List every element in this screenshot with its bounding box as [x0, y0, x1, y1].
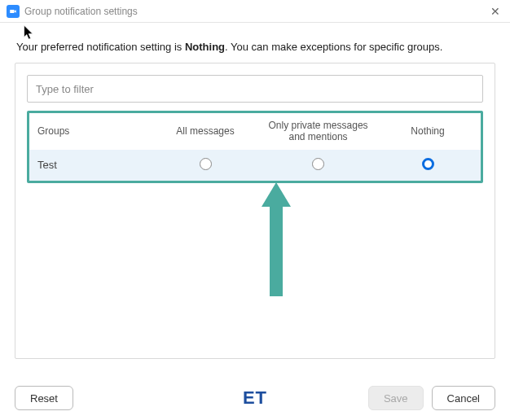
col-groups: Groups — [29, 113, 156, 150]
subtitle-text: Your preferred notification setting is N… — [0, 23, 510, 63]
zoom-app-icon — [7, 5, 20, 18]
reset-button[interactable]: Reset — [15, 386, 73, 410]
settings-panel: Groups All messages Only private message… — [15, 63, 495, 359]
col-nothing: Nothing — [381, 113, 481, 150]
radio-private-mentions[interactable] — [312, 158, 324, 170]
groups-table-highlight: Groups All messages Only private message… — [27, 111, 483, 183]
close-button[interactable]: ✕ — [487, 5, 503, 18]
dialog-footer: Reset Save Cancel — [0, 386, 510, 410]
groups-table: Groups All messages Only private message… — [29, 113, 481, 181]
annotation-arrow-icon — [262, 182, 291, 296]
radio-nothing[interactable] — [422, 158, 434, 170]
filter-input[interactable] — [27, 75, 483, 103]
group-name: Test — [29, 150, 156, 181]
subtitle-prefix: Your preferred notification setting is — [16, 41, 185, 53]
cancel-button[interactable]: Cancel — [432, 386, 495, 410]
table-row: Test — [29, 150, 481, 181]
save-button[interactable]: Save — [368, 386, 424, 410]
window-title: Group notification settings — [24, 6, 487, 17]
radio-all-messages[interactable] — [200, 158, 212, 170]
col-all-messages: All messages — [156, 113, 255, 150]
subtitle-suffix: . You can make exceptions for specific g… — [225, 41, 442, 53]
subtitle-bold: Nothing — [185, 41, 225, 53]
titlebar: Group notification settings ✕ — [0, 0, 510, 23]
col-private-mentions: Only private messages and mentions — [255, 113, 381, 150]
